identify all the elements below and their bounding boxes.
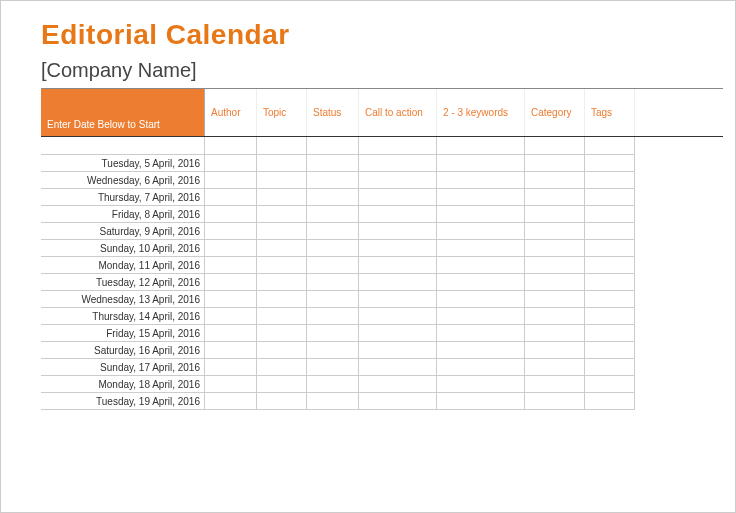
- cta-cell[interactable]: [359, 240, 437, 257]
- date-cell[interactable]: Tuesday, 12 April, 2016: [41, 274, 205, 291]
- keywords-cell[interactable]: [437, 325, 525, 342]
- category-cell[interactable]: [525, 240, 585, 257]
- topic-cell[interactable]: [257, 308, 307, 325]
- category-cell[interactable]: [525, 223, 585, 240]
- category-cell[interactable]: [525, 291, 585, 308]
- author-cell[interactable]: [205, 223, 257, 240]
- status-cell[interactable]: [307, 325, 359, 342]
- cta-cell[interactable]: [359, 393, 437, 410]
- category-cell[interactable]: [525, 172, 585, 189]
- tags-cell[interactable]: [585, 257, 635, 274]
- date-cell[interactable]: Saturday, 9 April, 2016: [41, 223, 205, 240]
- author-cell[interactable]: [205, 308, 257, 325]
- tags-cell[interactable]: [585, 274, 635, 291]
- category-cell[interactable]: [525, 206, 585, 223]
- tags-cell[interactable]: [585, 359, 635, 376]
- status-cell[interactable]: [307, 393, 359, 410]
- topic-cell[interactable]: [257, 359, 307, 376]
- date-cell[interactable]: Saturday, 16 April, 2016: [41, 342, 205, 359]
- keywords-cell[interactable]: [437, 291, 525, 308]
- tags-cell[interactable]: [585, 393, 635, 410]
- status-cell[interactable]: [307, 257, 359, 274]
- status-cell[interactable]: [307, 359, 359, 376]
- author-cell[interactable]: [205, 172, 257, 189]
- category-cell[interactable]: [525, 189, 585, 206]
- tags-cell[interactable]: [585, 325, 635, 342]
- cta-cell[interactable]: [359, 172, 437, 189]
- author-cell[interactable]: [205, 376, 257, 393]
- tags-cell[interactable]: [585, 291, 635, 308]
- date-cell[interactable]: Friday, 8 April, 2016: [41, 206, 205, 223]
- date-cell[interactable]: Monday, 11 April, 2016: [41, 257, 205, 274]
- cta-cell[interactable]: [359, 291, 437, 308]
- keywords-cell[interactable]: [437, 206, 525, 223]
- keywords-cell[interactable]: [437, 376, 525, 393]
- category-cell[interactable]: [525, 359, 585, 376]
- company-name[interactable]: [Company Name]: [41, 59, 723, 82]
- cta-cell[interactable]: [359, 257, 437, 274]
- cta-cell[interactable]: [359, 359, 437, 376]
- cta-cell[interactable]: [359, 325, 437, 342]
- cta-cell[interactable]: [359, 308, 437, 325]
- tags-cell[interactable]: [585, 308, 635, 325]
- tags-cell[interactable]: [585, 240, 635, 257]
- keywords-cell[interactable]: [437, 342, 525, 359]
- status-cell[interactable]: [307, 172, 359, 189]
- tags-cell[interactable]: [585, 189, 635, 206]
- topic-cell[interactable]: [257, 189, 307, 206]
- tags-cell[interactable]: [585, 155, 635, 172]
- keywords-cell[interactable]: [437, 172, 525, 189]
- keywords-cell[interactable]: [437, 257, 525, 274]
- author-cell[interactable]: [205, 240, 257, 257]
- status-cell[interactable]: [307, 274, 359, 291]
- tags-cell[interactable]: [585, 376, 635, 393]
- author-cell[interactable]: [205, 257, 257, 274]
- date-cell[interactable]: Wednesday, 13 April, 2016: [41, 291, 205, 308]
- category-cell[interactable]: [525, 257, 585, 274]
- topic-cell[interactable]: [257, 172, 307, 189]
- tags-cell[interactable]: [585, 206, 635, 223]
- status-cell[interactable]: [307, 376, 359, 393]
- status-cell[interactable]: [307, 206, 359, 223]
- author-cell[interactable]: [205, 206, 257, 223]
- topic-cell[interactable]: [257, 342, 307, 359]
- topic-cell[interactable]: [257, 206, 307, 223]
- spacer-date-cell[interactable]: [41, 137, 205, 155]
- date-cell[interactable]: Sunday, 10 April, 2016: [41, 240, 205, 257]
- date-cell[interactable]: Tuesday, 19 April, 2016: [41, 393, 205, 410]
- author-cell[interactable]: [205, 393, 257, 410]
- topic-cell[interactable]: [257, 223, 307, 240]
- status-cell[interactable]: [307, 223, 359, 240]
- topic-cell[interactable]: [257, 274, 307, 291]
- topic-cell[interactable]: [257, 257, 307, 274]
- topic-cell[interactable]: [257, 291, 307, 308]
- keywords-cell[interactable]: [437, 359, 525, 376]
- status-cell[interactable]: [307, 291, 359, 308]
- cta-cell[interactable]: [359, 206, 437, 223]
- author-cell[interactable]: [205, 342, 257, 359]
- cta-cell[interactable]: [359, 274, 437, 291]
- author-cell[interactable]: [205, 291, 257, 308]
- category-cell[interactable]: [525, 325, 585, 342]
- author-cell[interactable]: [205, 274, 257, 291]
- keywords-cell[interactable]: [437, 308, 525, 325]
- cta-cell[interactable]: [359, 376, 437, 393]
- date-cell[interactable]: Wednesday, 6 April, 2016: [41, 172, 205, 189]
- status-cell[interactable]: [307, 342, 359, 359]
- author-cell[interactable]: [205, 325, 257, 342]
- topic-cell[interactable]: [257, 155, 307, 172]
- author-cell[interactable]: [205, 359, 257, 376]
- category-cell[interactable]: [525, 342, 585, 359]
- topic-cell[interactable]: [257, 376, 307, 393]
- status-cell[interactable]: [307, 308, 359, 325]
- cta-cell[interactable]: [359, 223, 437, 240]
- author-cell[interactable]: [205, 189, 257, 206]
- category-cell[interactable]: [525, 274, 585, 291]
- date-cell[interactable]: Sunday, 17 April, 2016: [41, 359, 205, 376]
- category-cell[interactable]: [525, 155, 585, 172]
- category-cell[interactable]: [525, 308, 585, 325]
- tags-cell[interactable]: [585, 342, 635, 359]
- topic-cell[interactable]: [257, 325, 307, 342]
- tags-cell[interactable]: [585, 172, 635, 189]
- date-cell[interactable]: Monday, 18 April, 2016: [41, 376, 205, 393]
